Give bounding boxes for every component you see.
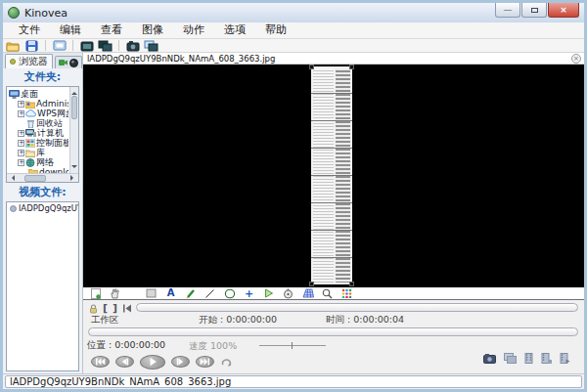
comment-page-icon[interactable] xyxy=(89,288,102,299)
color-profile-icon[interactable] xyxy=(340,288,353,299)
hybrid-icon[interactable] xyxy=(144,40,158,52)
save-slideshow-icon[interactable] xyxy=(541,353,552,364)
camera-icon[interactable] xyxy=(125,40,140,52)
open-file-icon[interactable] xyxy=(6,40,21,52)
play-button[interactable] xyxy=(140,355,165,370)
maximize-icon xyxy=(531,8,538,13)
menu-file[interactable]: 文件 xyxy=(9,22,50,38)
scroll-left-icon[interactable] xyxy=(9,175,15,181)
start-time-label: 开始 : 0:00:00:00 xyxy=(199,314,277,327)
title-bar[interactable]: Kinovea — × xyxy=(3,3,584,22)
save-video-with-drawings-icon[interactable] xyxy=(560,353,570,364)
angle-tool-icon[interactable] xyxy=(262,288,275,299)
speed-slider[interactable] xyxy=(259,345,326,346)
video-file-icon xyxy=(9,204,18,213)
resize-handle[interactable] xyxy=(349,282,354,286)
loaded-image[interactable] xyxy=(311,66,352,284)
workzone-end-icon[interactable]: ] xyxy=(113,304,117,314)
line-tool-icon[interactable] xyxy=(203,288,216,299)
resize-handle[interactable] xyxy=(349,65,354,69)
workzone-start-icon[interactable]: [ xyxy=(103,304,108,314)
loop-button[interactable] xyxy=(220,357,232,368)
duration-label: 时间 : 0:00:00:04 xyxy=(326,314,404,327)
close-button[interactable]: × xyxy=(548,3,579,18)
chronometer-tool-icon[interactable] xyxy=(282,288,294,299)
workzone-slider[interactable] xyxy=(136,303,578,312)
expand-icon[interactable]: + xyxy=(18,101,24,108)
save-icon[interactable] xyxy=(24,40,39,52)
drawing-toolbar: A + xyxy=(83,287,584,300)
goto-last-button[interactable] xyxy=(196,356,214,368)
crossmark-tool-icon[interactable]: + xyxy=(243,288,255,299)
expand-icon[interactable]: + xyxy=(18,140,24,147)
frame-tool-icon[interactable] xyxy=(145,288,158,299)
speed-slider-thumb[interactable] xyxy=(292,342,293,349)
next-frame-button[interactable] xyxy=(171,356,190,368)
circle-tool-icon[interactable] xyxy=(223,288,236,299)
close-player-icon[interactable]: × xyxy=(571,54,581,64)
menu-view[interactable]: 查看 xyxy=(91,22,132,38)
lock-icon[interactable] xyxy=(89,304,98,314)
tree-horizontal-scrollbar[interactable] xyxy=(7,173,78,182)
magnifier-tool-icon[interactable] xyxy=(321,288,334,299)
tab-explorer[interactable]: 浏览器 xyxy=(5,54,53,68)
video-file-list[interactable]: lADPDgQ9qzUY9BnNDk_NAmA_608_3663.jpg xyxy=(6,201,79,371)
app-icon xyxy=(8,7,20,19)
folder-tree[interactable]: 桌面 + Administrator + WPS网盘 回收站 xyxy=(6,86,79,183)
menu-image[interactable]: 图像 xyxy=(132,22,173,38)
tree-item-desktop[interactable]: 桌面 xyxy=(9,89,68,99)
scroll-right-icon[interactable] xyxy=(70,175,76,181)
cloud-icon xyxy=(25,109,36,117)
kinovea-window: Kinovea — × 文件 编辑 查看 图像 动作 选项 帮助 xyxy=(0,0,587,392)
goto-start-icon[interactable] xyxy=(122,304,132,313)
scrollbar-thumb[interactable] xyxy=(24,175,46,182)
user-folder-icon xyxy=(25,100,35,109)
tab-explorer-label: 浏览器 xyxy=(19,55,48,68)
folders-label: 文件夹: xyxy=(3,68,82,85)
menu-help[interactable]: 帮助 xyxy=(255,22,296,38)
content-area: 浏览器 文件夹: 桌面 + Administrat xyxy=(3,53,584,373)
expand-icon[interactable]: + xyxy=(18,159,24,166)
tree-item-network[interactable]: + 网络 xyxy=(9,157,68,167)
hand-tool-icon[interactable] xyxy=(109,288,121,299)
video-display[interactable] xyxy=(83,65,584,287)
resize-handle[interactable] xyxy=(309,65,314,69)
goto-first-button[interactable] xyxy=(91,356,110,368)
video-file-item[interactable]: lADPDgQ9qzUY9BnNDk_NAmA_608_3663.jpg xyxy=(7,202,78,214)
scroll-down-icon[interactable] xyxy=(71,165,77,171)
menu-edit[interactable]: 编辑 xyxy=(50,22,91,38)
tab-shortcuts[interactable] xyxy=(55,56,82,68)
control-panel-icon xyxy=(25,139,35,148)
workzone-label: 工作区 xyxy=(91,314,119,327)
scrollbar-thumb[interactable] xyxy=(71,96,77,119)
seek-slider[interactable] xyxy=(88,327,578,336)
one-capture-icon[interactable] xyxy=(79,40,94,52)
tree-vertical-scrollbar[interactable] xyxy=(69,87,78,173)
expand-icon[interactable]: + xyxy=(18,110,24,117)
camcorder-icon xyxy=(59,59,68,66)
toolbar-separator xyxy=(72,40,73,51)
expand-icon[interactable]: + xyxy=(18,150,24,156)
pencil-tool-icon[interactable] xyxy=(184,288,197,299)
window-controls: — × xyxy=(494,3,579,18)
save-video-icon[interactable] xyxy=(524,353,533,364)
workzone-tools: [ ] xyxy=(89,303,132,314)
menu-bar: 文件 编辑 查看 图像 动作 选项 帮助 xyxy=(3,22,584,39)
scroll-up-icon[interactable] xyxy=(71,89,77,95)
snapshot-icon[interactable] xyxy=(483,353,496,364)
grid-tool-icon[interactable] xyxy=(301,288,314,299)
sidebar-tabs: 浏览器 xyxy=(3,53,82,68)
maximize-button[interactable] xyxy=(521,3,547,18)
previous-frame-button[interactable] xyxy=(115,356,134,368)
two-captures-icon[interactable] xyxy=(98,40,113,52)
menu-motion[interactable]: 动作 xyxy=(173,22,214,38)
one-player-icon[interactable] xyxy=(52,40,67,52)
minimize-button[interactable]: — xyxy=(495,3,520,18)
menu-options[interactable]: 选项 xyxy=(214,22,255,38)
expand-icon[interactable]: + xyxy=(18,130,24,137)
image-sequence-icon[interactable] xyxy=(504,353,517,364)
video-files-label: 视频文件: xyxy=(3,184,82,200)
text-tool-icon[interactable]: A xyxy=(164,288,177,299)
resize-handle[interactable] xyxy=(309,282,314,286)
main-toolbar xyxy=(3,39,584,53)
